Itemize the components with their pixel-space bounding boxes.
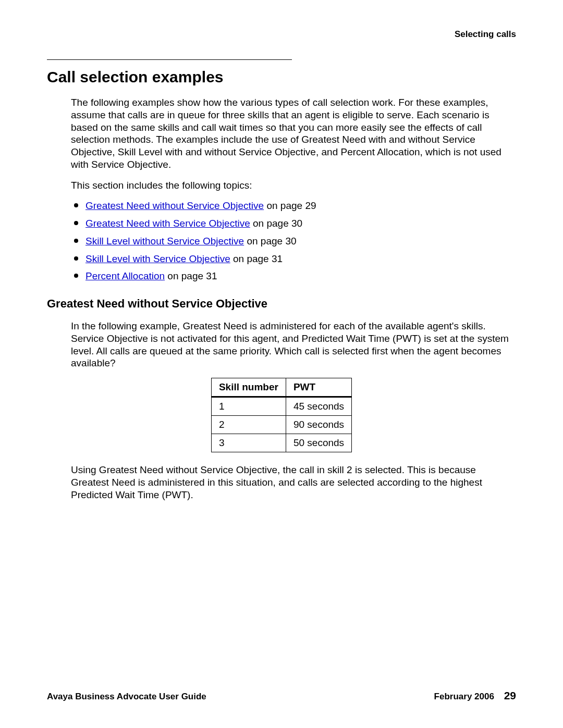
subsection-title: Greatest Need without Service Objective <box>47 297 516 311</box>
section-rule <box>47 59 292 60</box>
topic-suffix: on page 31 <box>165 270 217 281</box>
table-row: 2 90 seconds <box>211 416 351 434</box>
table-header-skill: Skill number <box>211 378 286 397</box>
topics-intro: This section includes the following topi… <box>71 179 516 192</box>
table-header-pwt: PWT <box>286 378 351 397</box>
topic-suffix: on page 29 <box>264 200 316 211</box>
cell-pwt: 90 seconds <box>286 416 351 434</box>
subsection-paragraph-1: In the following example, Greatest Need … <box>71 320 516 369</box>
table-row: 1 45 seconds <box>211 397 351 416</box>
subsection-paragraph-2: Using Greatest Need without Service Obje… <box>71 464 516 501</box>
document-page: Selecting calls Call selection examples … <box>0 0 563 728</box>
footer-date: February 2006 <box>434 692 494 701</box>
list-item: Percent Allocation on page 31 <box>71 270 516 282</box>
topics-list: Greatest Need without Service Objective … <box>71 200 516 282</box>
topic-link[interactable]: Percent Allocation <box>85 270 165 281</box>
footer-right: February 2006 29 <box>434 689 516 702</box>
cell-skill: 1 <box>211 397 286 416</box>
list-item: Greatest Need without Service Objective … <box>71 200 516 212</box>
cell-skill: 3 <box>211 434 286 452</box>
topic-link[interactable]: Greatest Need with Service Objective <box>85 218 250 229</box>
list-item: Greatest Need with Service Objective on … <box>71 217 516 230</box>
footer-page-number: 29 <box>504 689 516 701</box>
list-item: Skill Level without Service Objective on… <box>71 235 516 248</box>
pwt-table: Skill number PWT 1 45 seconds 2 90 secon… <box>211 378 352 452</box>
list-item: Skill Level with Service Objective on pa… <box>71 253 516 265</box>
topic-suffix: on page 30 <box>250 218 302 229</box>
topic-link[interactable]: Skill Level without Service Objective <box>85 236 244 246</box>
footer-guide-title: Avaya Business Advocate User Guide <box>47 692 206 702</box>
topic-suffix: on page 30 <box>244 236 296 246</box>
cell-pwt: 45 seconds <box>286 397 351 416</box>
page-footer: Avaya Business Advocate User Guide Febru… <box>47 689 516 702</box>
cell-skill: 2 <box>211 416 286 434</box>
intro-paragraph: The following examples show how the vari… <box>71 96 516 171</box>
section-title: Call selection examples <box>47 68 516 86</box>
page-header-section: Selecting calls <box>47 29 516 40</box>
table-row: 3 50 seconds <box>211 434 351 452</box>
cell-pwt: 50 seconds <box>286 434 351 452</box>
topic-link[interactable]: Skill Level with Service Objective <box>85 253 230 264</box>
topic-suffix: on page 31 <box>230 253 283 264</box>
topic-link[interactable]: Greatest Need without Service Objective <box>85 200 264 211</box>
table-header-row: Skill number PWT <box>211 378 351 397</box>
